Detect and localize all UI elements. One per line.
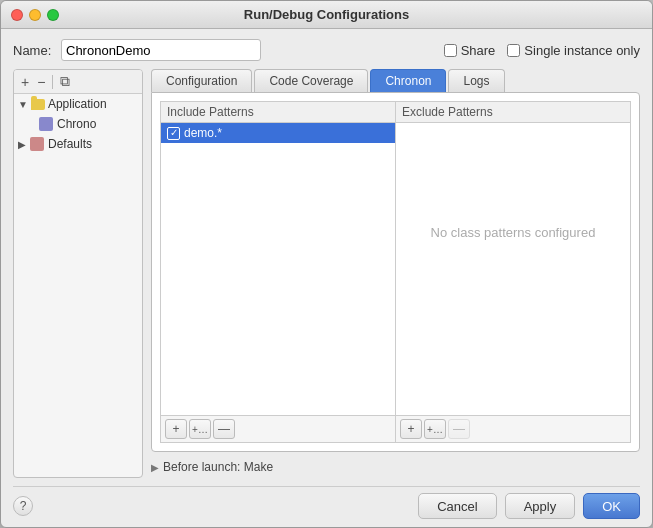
exclude-remove-icon: — (453, 422, 465, 436)
help-icon: ? (20, 499, 27, 513)
include-pattern-label: demo.* (184, 126, 222, 140)
single-instance-checkbox-label[interactable]: Single instance only (507, 43, 640, 58)
share-checkbox-label[interactable]: Share (444, 43, 496, 58)
no-patterns-text: No class patterns configured (396, 217, 630, 248)
include-patterns-header: Include Patterns (161, 102, 395, 123)
exclude-remove-button[interactable]: — (448, 419, 470, 439)
right-panel: Configuration Code Coverage Chronon Logs (151, 69, 640, 478)
window-content: Name: Share Single instance only + − (1, 29, 652, 527)
ok-button[interactable]: OK (583, 493, 640, 519)
cancel-button[interactable]: Cancel (418, 493, 496, 519)
name-input[interactable] (61, 39, 261, 61)
before-launch-label: Before launch: Make (163, 460, 273, 474)
include-add-pattern-icon: +… (192, 424, 208, 435)
defaults-arrow-icon: ▶ (18, 139, 26, 150)
folder-icon (30, 96, 46, 112)
name-row: Name: Share Single instance only (13, 39, 640, 61)
sidebar-add-button[interactable]: + (18, 73, 32, 91)
include-patterns-list: ✓ demo.* (161, 123, 395, 415)
help-button[interactable]: ? (13, 496, 33, 516)
tab-content: Include Patterns ✓ demo.* (151, 92, 640, 452)
single-instance-label: Single instance only (524, 43, 640, 58)
apply-button[interactable]: Apply (505, 493, 576, 519)
exclude-patterns-list: No class patterns configured (396, 123, 630, 415)
defaults-icon (29, 136, 45, 152)
sidebar-application-group: ▼ Application Chrono (14, 94, 142, 134)
include-patterns-col: Include Patterns ✓ demo.* (160, 101, 395, 443)
tab-logs[interactable]: Logs (448, 69, 504, 92)
include-patterns-toolbar: + +… — (161, 415, 395, 442)
share-checkbox[interactable] (444, 44, 457, 57)
window-title: Run/Debug Configurations (244, 7, 409, 22)
sidebar-item-chronon[interactable]: Chrono (14, 114, 142, 134)
tab-chronon[interactable]: Chronon (370, 69, 446, 92)
expand-arrow-icon: ▼ (18, 99, 28, 110)
exclude-add-button[interactable]: + (400, 419, 422, 439)
sidebar: + − ⧉ ▼ Application Chrono (13, 69, 143, 478)
sidebar-separator (52, 75, 53, 89)
name-label: Name: (13, 43, 53, 58)
traffic-lights (11, 9, 59, 21)
single-instance-checkbox[interactable] (507, 44, 520, 57)
checkmark-icon: ✓ (170, 128, 178, 138)
exclude-add-icon: + (407, 422, 414, 436)
patterns-row: Include Patterns ✓ demo.* (160, 101, 631, 443)
main-area: + − ⧉ ▼ Application Chrono (13, 69, 640, 478)
share-label: Share (461, 43, 496, 58)
sidebar-item-defaults[interactable]: ▶ Defaults (14, 134, 142, 154)
minimize-button[interactable] (29, 9, 41, 21)
close-button[interactable] (11, 9, 23, 21)
sidebar-toolbar: + − ⧉ (14, 70, 142, 94)
exclude-add-pattern-icon: +… (427, 424, 443, 435)
exclude-add-pattern-button[interactable]: +… (424, 419, 446, 439)
include-add-button[interactable]: + (165, 419, 187, 439)
sidebar-item-application[interactable]: ▼ Application (14, 94, 142, 114)
title-bar: Run/Debug Configurations (1, 1, 652, 29)
include-add-icon: + (172, 422, 179, 436)
exclude-patterns-header: Exclude Patterns (396, 102, 630, 123)
sidebar-chronon-label: Chrono (57, 117, 96, 131)
sidebar-copy-button[interactable]: ⧉ (57, 72, 73, 91)
exclude-patterns-col: Exclude Patterns No class patterns confi… (395, 101, 631, 443)
bottom-row: ? Cancel Apply OK (13, 486, 640, 519)
exclude-patterns-toolbar: + +… — (396, 415, 630, 442)
before-launch-arrow-icon: ▶ (151, 462, 159, 473)
app-icon (38, 116, 54, 132)
sidebar-minus-button[interactable]: − (34, 73, 48, 91)
include-add-pattern-button[interactable]: +… (189, 419, 211, 439)
maximize-button[interactable] (47, 9, 59, 21)
include-pattern-checkbox[interactable]: ✓ (167, 127, 180, 140)
tab-code-coverage[interactable]: Code Coverage (254, 69, 368, 92)
include-remove-icon: — (218, 422, 230, 436)
include-remove-button[interactable]: — (213, 419, 235, 439)
sidebar-defaults-label: Defaults (48, 137, 92, 151)
name-row-right: Share Single instance only (444, 43, 640, 58)
sidebar-application-label: Application (48, 97, 107, 111)
tabs-row: Configuration Code Coverage Chronon Logs (151, 69, 640, 92)
include-pattern-item-demo[interactable]: ✓ demo.* (161, 123, 395, 143)
main-window: Run/Debug Configurations Name: Share Sin… (0, 0, 653, 528)
tab-configuration[interactable]: Configuration (151, 69, 252, 92)
before-launch: ▶ Before launch: Make (151, 456, 640, 478)
